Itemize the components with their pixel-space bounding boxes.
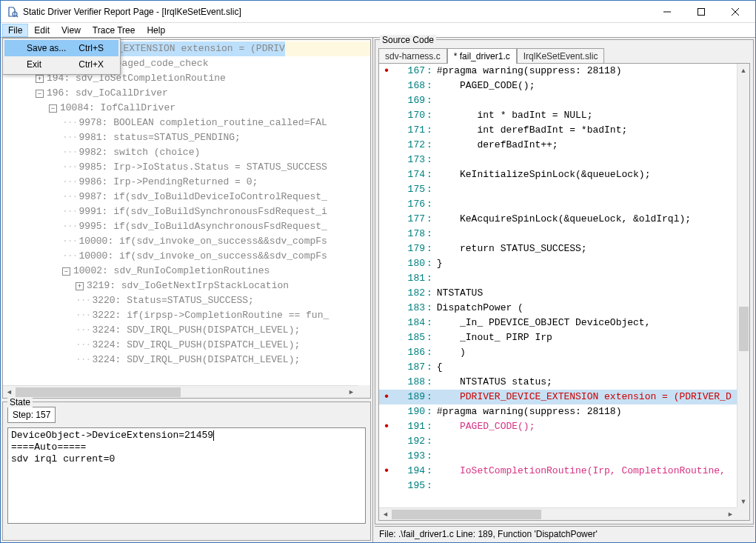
maximize-button[interactable] [684, 1, 718, 23]
expand-icon[interactable]: + [76, 282, 84, 290]
scroll-left-icon[interactable]: ◄ [3, 386, 16, 399]
trace-tree[interactable]: ···ER_DEVICE_EXTENSION extension = (PDRI… [3, 40, 370, 385]
trace-line[interactable]: −10002: sdv_RunIoCompletionRoutines [3, 264, 370, 279]
trace-line[interactable]: ···9985: Irp->IoStatus.Status = STATUS_S… [3, 160, 370, 175]
code-line[interactable]: 190:#pragma warning(suppress: 28118) [379, 404, 737, 419]
code-line[interactable]: 177: KeAcquireSpinLock(&queueLock, &oldI… [379, 212, 737, 227]
state-panel: State Step: 157 DeviceObject->DeviceExte… [2, 402, 371, 541]
breakpoint-marker-icon [379, 227, 394, 241]
scroll-down-icon[interactable]: ▼ [737, 495, 749, 507]
state-textarea[interactable]: DeviceObject->DeviceExtension=21459 ====… [7, 427, 366, 524]
trace-line[interactable]: ···9982: switch (choice) [3, 145, 370, 160]
trace-line[interactable]: ···3224: SDV_IRQL_PUSH(DISPATCH_LEVEL); [3, 338, 370, 353]
code-line[interactable]: •189: PDRIVER_DEVICE_EXTENSION extension… [379, 390, 737, 404]
scroll-left-icon[interactable]: ◄ [379, 508, 392, 521]
code-line[interactable]: 180:} [379, 256, 737, 271]
code-line[interactable]: •194: IoSetCompletionRoutine(Irp, Comple… [379, 464, 737, 479]
breakpoint-marker-icon [379, 197, 394, 212]
trace-line[interactable]: −196: sdv_IoCallDriver [3, 86, 370, 101]
trace-line[interactable]: ···3222: if(irpsp->CompletionRoutine == … [3, 308, 370, 323]
main-content: ···ER_DEVICE_EXTENSION extension = (PDRI… [1, 38, 755, 542]
scroll-up-icon[interactable]: ▲ [737, 64, 749, 76]
breakpoint-marker-icon [379, 167, 394, 182]
code-line[interactable]: 192: [379, 434, 737, 449]
code-line[interactable]: 178: [379, 227, 737, 241]
code-editor[interactable]: •167:#pragma warning(suppress: 28118)168… [379, 64, 737, 507]
collapse-icon[interactable]: − [62, 267, 70, 276]
code-line[interactable]: 172: derefBadInt++; [379, 138, 737, 153]
code-line[interactable]: 174: KeInitializeSpinLock(&queueLock); [379, 167, 737, 182]
code-line[interactable]: 193: [379, 449, 737, 464]
code-line[interactable]: 182:NTSTATUS [379, 286, 737, 301]
menu-item-save-as-[interactable]: Save as...Ctrl+S [4, 40, 118, 56]
code-vscrollbar[interactable]: ▲ ▼ [737, 64, 749, 507]
code-line[interactable]: 187:{ [379, 360, 737, 375]
breakpoint-marker-icon [379, 301, 394, 316]
breakpoint-marker-icon [379, 79, 394, 93]
code-line[interactable]: 185: _Inout_ PIRP Irp [379, 330, 737, 345]
code-line[interactable]: 181: [379, 271, 737, 286]
menu-file[interactable]: File [2, 24, 28, 37]
tree-connector-icon: ··· [76, 323, 90, 338]
code-line[interactable]: 186: ) [379, 345, 737, 360]
breakpoint-marker-icon [379, 271, 394, 286]
collapse-icon[interactable]: − [49, 104, 57, 113]
tree-connector-icon: ··· [62, 219, 77, 234]
menu-edit[interactable]: Edit [28, 24, 56, 37]
minimize-button[interactable] [650, 1, 684, 23]
code-line[interactable]: 195: [379, 479, 737, 493]
code-line[interactable]: 168: PAGED_CODE(); [379, 79, 737, 93]
trace-line[interactable]: ···3224: SDV_IRQL_PUSH(DISPATCH_LEVEL); [3, 323, 370, 338]
code-area: •167:#pragma warning(suppress: 28118)168… [378, 63, 750, 521]
code-line[interactable]: 169: [379, 93, 737, 108]
source-panel-title: Source Code [380, 35, 436, 45]
code-line[interactable]: 175: [379, 182, 737, 197]
trace-line[interactable]: ···10000: if(sdv_invoke_on_success&&sdv_… [3, 249, 370, 264]
code-line[interactable]: 183:DispatchPower ( [379, 301, 737, 316]
code-line[interactable]: 170: int * badInt = NULL; [379, 108, 737, 123]
scroll-right-icon[interactable]: ► [724, 508, 737, 521]
close-button[interactable] [718, 1, 752, 23]
trace-line[interactable]: ···9987: if(sdv_IoBuildDeviceIoControlRe… [3, 190, 370, 204]
trace-line[interactable]: ···3220: Status=STATUS_SUCCESS; [3, 293, 370, 308]
trace-hscrollbar[interactable]: ◄ ► [3, 385, 358, 398]
code-line[interactable]: 173: [379, 153, 737, 167]
collapse-icon[interactable]: − [36, 90, 44, 98]
window-controls [650, 1, 752, 23]
step-indicator[interactable]: Step: 157 [7, 407, 56, 423]
scroll-right-icon[interactable]: ► [345, 386, 358, 399]
menu-item-exit[interactable]: ExitCtrl+X [4, 56, 118, 73]
trace-line[interactable]: ···9981: status=STATUS_PENDING; [3, 130, 370, 145]
code-line[interactable]: 179: return STATUS_SUCCESS; [379, 241, 737, 256]
trace-line[interactable]: −10084: IofCallDriver [3, 101, 370, 116]
trace-line[interactable]: ···10000: if(sdv_invoke_on_success&&sdv_… [3, 234, 370, 249]
code-line[interactable]: 184: _In_ PDEVICE_OBJECT DeviceObject, [379, 316, 737, 330]
code-line[interactable]: 171: int derefBadInt = *badInt; [379, 123, 737, 138]
trace-line[interactable]: ···3224: SDV_IRQL_PUSH(DISPATCH_LEVEL); [3, 353, 370, 367]
tree-connector-icon: ··· [76, 353, 90, 367]
code-line[interactable]: •191: PAGED_CODE(); [379, 419, 737, 434]
menu-help[interactable]: Help [141, 24, 171, 37]
breakpoint-marker-icon: • [379, 64, 394, 79]
trace-line[interactable]: ···9978: BOOLEAN completion_routine_call… [3, 116, 370, 130]
tab--fail-driver1-c[interactable]: * fail_driver1.c [447, 48, 517, 64]
tab-sdv-harness-c[interactable]: sdv-harness.c [378, 48, 447, 64]
code-hscrollbar[interactable]: ◄ ► [379, 507, 737, 520]
breakpoint-marker-icon [379, 286, 394, 301]
expand-icon[interactable]: + [36, 75, 44, 83]
trace-line[interactable]: ···9986: Irp->PendingReturned = 0; [3, 175, 370, 190]
code-line[interactable]: •167:#pragma warning(suppress: 28118) [379, 64, 737, 79]
breakpoint-marker-icon [379, 375, 394, 390]
svg-rect-1 [698, 8, 705, 15]
menu-trace-tree[interactable]: Trace Tree [87, 24, 141, 37]
trace-line[interactable]: +3219: sdv_IoGetNextIrpStackLocation [3, 279, 370, 293]
breakpoint-marker-icon [379, 330, 394, 345]
source-code-panel: Source Code sdv-harness.c* fail_driver1.… [375, 39, 754, 524]
menu-view[interactable]: View [56, 24, 87, 37]
tab-irqlkesetevent-slic[interactable]: IrqlKeSetEvent.slic [517, 48, 605, 64]
trace-line[interactable]: ···9995: if(sdv_IoBuildAsynchronousFsdRe… [3, 219, 370, 234]
trace-line[interactable]: ···9991: if(sdv_IoBuildSynchronousFsdReq… [3, 204, 370, 219]
code-line[interactable]: 176: [379, 197, 737, 212]
tree-connector-icon: ··· [62, 160, 77, 175]
code-line[interactable]: 188: NTSTATUS status; [379, 375, 737, 390]
